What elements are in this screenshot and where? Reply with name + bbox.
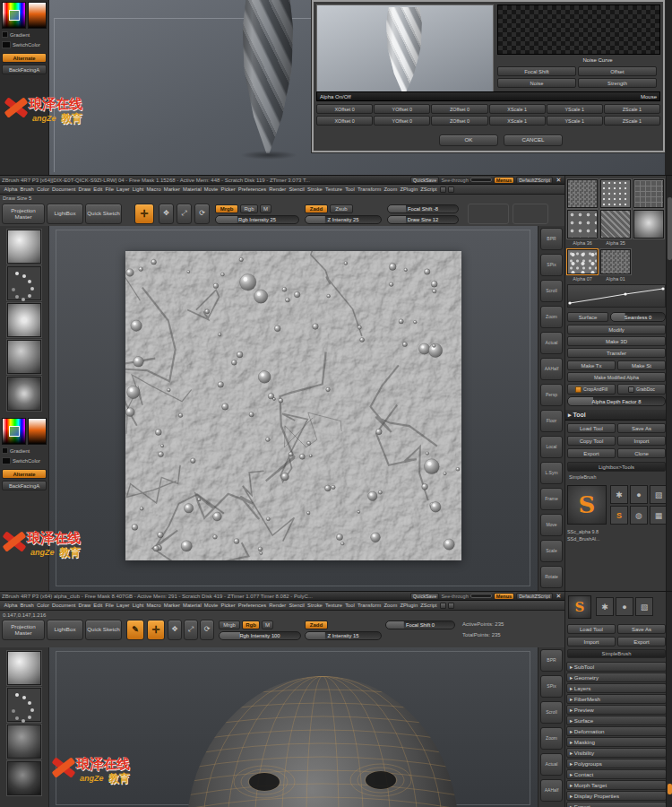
menu-stencil[interactable]: Stencil: [288, 603, 306, 608]
m-toggle[interactable]: M: [262, 620, 273, 629]
subpalette-morph-target[interactable]: ▸ Morph Target: [566, 780, 667, 790]
subpalette-display-properties[interactable]: ▸ Display Properties: [566, 791, 667, 801]
edit-mode-button[interactable]: ✎: [126, 620, 144, 640]
rgb-intensity-slider[interactable]: Rgb Intensity 25: [215, 215, 299, 224]
menus-toggle-button[interactable]: Menus: [494, 177, 514, 184]
see-through-slider[interactable]: [470, 178, 492, 182]
tool-thumbnail[interactable]: ▧: [635, 597, 653, 616]
tool-thumbnail[interactable]: ●: [630, 485, 648, 504]
color-picker-main[interactable]: [2, 2, 26, 29]
see-through-slider[interactable]: [470, 594, 492, 598]
dialog-yoffset-0-2[interactable]: YOffset 0: [374, 116, 430, 126]
menu-light[interactable]: Light: [131, 603, 145, 608]
import-button[interactable]: Import: [567, 637, 616, 646]
shelf-button-aahalf[interactable]: AAHalf: [540, 779, 563, 802]
menu-picker[interactable]: Picker: [220, 187, 237, 192]
subpalette-deformation[interactable]: ▸ Deformation: [566, 726, 667, 736]
dialog-zoffset-0[interactable]: ZOffset 0: [431, 104, 487, 114]
rgb-toggle[interactable]: Rgb: [240, 204, 258, 213]
mrgb-toggle[interactable]: Mrgb: [215, 204, 238, 213]
shelf-button-persp[interactable]: Persp: [540, 384, 563, 406]
menu-picker[interactable]: Picker: [220, 603, 237, 608]
mrgb-toggle[interactable]: Mrgb: [219, 620, 240, 629]
shelf-button-scroll[interactable]: Scroll: [540, 280, 563, 302]
subpalette-contact[interactable]: ▸ Contact: [566, 769, 667, 779]
rotate-button[interactable]: ⟳: [194, 204, 210, 224]
menubar-icon-2[interactable]: [448, 603, 454, 609]
menu-stroke[interactable]: Stroke: [306, 603, 323, 608]
switchcolor-label[interactable]: SwitchColor: [13, 42, 40, 48]
menu-zplugin[interactable]: ZPlugin: [399, 603, 419, 608]
backfacing-button[interactable]: BackFacingA: [2, 481, 47, 490]
shelf-button-actual[interactable]: Actual: [540, 753, 563, 776]
save-as-button[interactable]: Save As: [617, 423, 666, 433]
subpalette-masking[interactable]: ▸ Masking: [566, 737, 667, 747]
menu-marker[interactable]: Marker: [162, 187, 181, 192]
brush-thumbnail-sphere[interactable]: [7, 651, 41, 685]
dialog-noise-button[interactable]: Noise: [497, 78, 576, 88]
rotate-button[interactable]: ⟳: [200, 620, 214, 640]
menu-texture[interactable]: Texture: [323, 603, 343, 608]
rgb-toggle[interactable]: Rgb: [242, 620, 260, 629]
modify-header[interactable]: Modify: [567, 325, 666, 334]
document-tab[interactable]: [668, 784, 672, 794]
tool-thumbnail[interactable]: ◍: [630, 506, 648, 525]
tool-thumbnail[interactable]: ▧: [650, 485, 668, 504]
shelf-button-scroll[interactable]: Scroll: [540, 701, 563, 724]
scrollbar-thumb[interactable]: [668, 197, 672, 260]
focal-shift-slider[interactable]: Focal Shift -8: [387, 204, 459, 213]
menu-edit[interactable]: Edit: [92, 187, 104, 192]
scale-button[interactable]: ⤢: [184, 620, 198, 640]
copy-tool-button[interactable]: Copy Tool: [567, 436, 616, 446]
menu-zplugin[interactable]: ZPlugin: [399, 187, 419, 192]
switchcolor-swatch[interactable]: [2, 41, 11, 48]
shelf-button-rotate[interactable]: Rotate: [540, 566, 563, 588]
cancel-button[interactable]: CANCEL: [504, 134, 563, 146]
menu-stencil[interactable]: Stencil: [288, 187, 306, 192]
z-intensity-slider[interactable]: Z Intensity 25: [305, 215, 382, 224]
move-button[interactable]: ✥: [168, 620, 182, 640]
alpha-thumbnail[interactable]: [567, 210, 598, 239]
focal-shift-slider[interactable]: Focal Shift 0: [385, 620, 455, 629]
brush-thumbnail-soft[interactable]: [7, 303, 41, 337]
tool-palette-header[interactable]: ▸ Tool: [565, 410, 667, 421]
menu-render[interactable]: Render: [268, 603, 288, 608]
load-tool-button[interactable]: Load Tool: [567, 423, 616, 433]
shelf-button-l-sym[interactable]: L.Sym: [540, 462, 563, 484]
make-modified-alpha-button[interactable]: Make Modified Alpha: [567, 372, 666, 382]
make-3d-button[interactable]: Make 3D: [567, 336, 666, 346]
menu-alpha[interactable]: Alpha: [3, 603, 19, 608]
switchcolor-label[interactable]: SwitchColor: [13, 458, 40, 464]
tool-thumbnail[interactable]: S: [610, 506, 628, 525]
dialog-strength-button[interactable]: Strength: [578, 78, 657, 88]
menus-toggle-button[interactable]: Menus: [494, 593, 514, 600]
menu-layer[interactable]: Layer: [115, 603, 131, 608]
alpha-thumbnail[interactable]: [633, 210, 664, 239]
document-canvas[interactable]: [49, 647, 538, 807]
menu-tool[interactable]: Tool: [344, 603, 357, 608]
menu-preferences[interactable]: Preferences: [237, 603, 267, 608]
menubar-icon[interactable]: [440, 187, 446, 193]
brush-thumbnail-radial[interactable]: [7, 377, 41, 411]
draw-mode-button[interactable]: ✛: [134, 204, 154, 224]
tool-thumbnail[interactable]: ✱: [596, 597, 614, 616]
alpha-texture-document[interactable]: [125, 251, 461, 560]
subpalette-layers[interactable]: ▸ Layers: [566, 683, 667, 693]
default-zscript-button[interactable]: DefaultZScript: [516, 177, 553, 184]
brush-thumbnail-sphere[interactable]: [7, 230, 41, 264]
menu-preferences[interactable]: Preferences: [237, 187, 267, 192]
seamless-slider[interactable]: Seamless 0: [610, 312, 666, 322]
alternate-button[interactable]: Alternate: [2, 469, 47, 479]
subpalette-subtool[interactable]: ▸ SubTool: [566, 662, 667, 672]
menu-draw[interactable]: Draw: [77, 603, 92, 608]
subpalette-polygroups[interactable]: ▸ Polygroups: [566, 759, 667, 768]
shelf-button-bpr[interactable]: BPR: [540, 228, 563, 250]
switchcolor-swatch[interactable]: [2, 457, 11, 464]
alpha-thumbnail[interactable]: [567, 179, 598, 208]
menubar-icon-2[interactable]: [448, 187, 454, 193]
ok-button[interactable]: OK: [439, 134, 498, 146]
menu-transform[interactable]: Transform: [356, 187, 382, 192]
dialog-xoffset-0[interactable]: XOffset 0: [316, 104, 373, 114]
gradient-label[interactable]: Gradient: [10, 448, 30, 454]
dialog-xscale-1[interactable]: XScale 1: [489, 104, 546, 114]
